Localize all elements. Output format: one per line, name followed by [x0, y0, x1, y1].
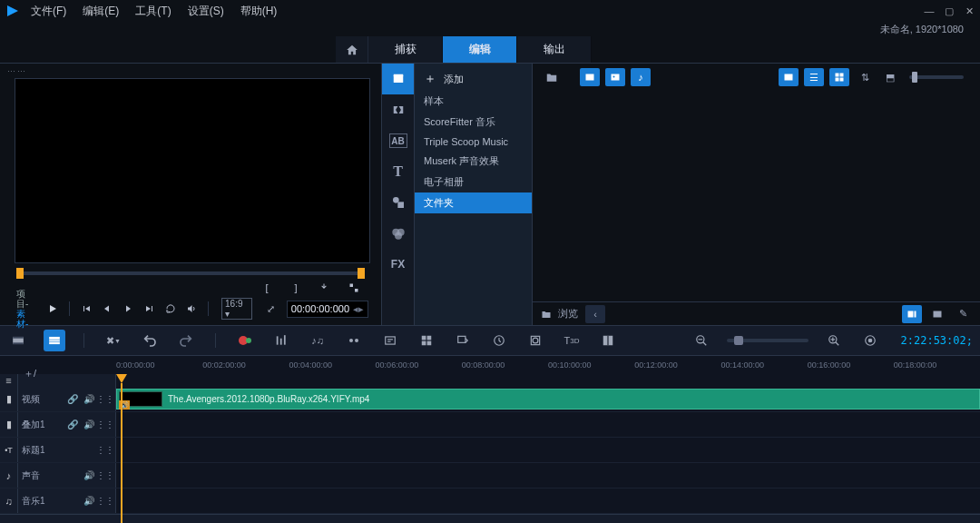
track-link-button[interactable]: 🔗 — [66, 419, 79, 431]
tools-dropdown[interactable]: ✖▼ — [103, 330, 124, 351]
track-lane[interactable] — [116, 463, 980, 488]
category-graphics[interactable] — [382, 187, 414, 218]
import-folder-button[interactable] — [542, 68, 562, 86]
home-tab[interactable] — [336, 36, 368, 63]
menu-help[interactable]: 帮助(H) — [240, 4, 278, 19]
category-transitions[interactable] — [382, 94, 414, 125]
tab-edit[interactable]: 编辑 — [443, 36, 517, 63]
track-lock-button[interactable]: ⋮⋮ — [99, 393, 112, 406]
preview-scrubber[interactable] — [16, 267, 365, 280]
timecode-display[interactable]: 00:00:00:000 ◂▸ — [287, 301, 368, 318]
category-fx[interactable]: FX — [382, 249, 414, 280]
category-title[interactable]: T — [382, 156, 414, 187]
resize-grip-icon[interactable]: ⤢ — [261, 301, 279, 317]
menu-edit[interactable]: 编辑(E) — [83, 4, 119, 19]
tab-capture[interactable]: 捕获 — [368, 36, 443, 63]
next-frame-button[interactable] — [120, 301, 137, 317]
motion-track-button[interactable] — [343, 330, 365, 351]
track-lane[interactable]: 🔊 The.Avengers.2012.1080p.BluRay.x264.YI… — [116, 387, 980, 411]
go-start-button[interactable] — [77, 301, 94, 317]
filter-video-button[interactable] — [580, 68, 600, 86]
menu-file[interactable]: 文件(F) — [31, 4, 66, 19]
sort-button[interactable]: ⇅ — [855, 68, 875, 86]
tab-output[interactable]: 输出 — [517, 36, 592, 63]
library-panel-button[interactable] — [927, 305, 947, 323]
view-list-button[interactable]: ☰ — [804, 68, 824, 86]
auto-music-button[interactable]: ♪♫ — [307, 330, 328, 351]
collapse-tree-button[interactable]: ‹ — [585, 305, 605, 323]
track-lock-button[interactable]: ⋮⋮ — [99, 444, 112, 457]
track-mute-button[interactable]: 🔊 — [83, 393, 95, 406]
playhead-icon[interactable] — [116, 374, 127, 383]
split-clip-button[interactable] — [316, 280, 334, 296]
filter-photo-button[interactable] — [605, 68, 625, 86]
tree-item[interactable]: 电子相册 — [415, 172, 532, 192]
zoom-in-button[interactable] — [823, 330, 845, 351]
mark-out-button[interactable]: ] — [287, 280, 305, 296]
trim-in-handle[interactable] — [16, 268, 24, 279]
track-mute-button[interactable]: 🔊 — [83, 495, 95, 508]
record-button[interactable] — [234, 330, 256, 351]
time-remap-button[interactable] — [488, 330, 510, 351]
volume-button[interactable] — [183, 301, 201, 317]
prev-frame-button[interactable] — [98, 301, 115, 317]
menu-settings[interactable]: 设置(S) — [188, 4, 224, 19]
timeline-view-button[interactable] — [44, 330, 65, 351]
project-duration-display[interactable]: 2:22:53:02; — [901, 334, 973, 347]
3d-title-button[interactable]: T3D — [561, 330, 583, 351]
loop-button[interactable] — [162, 301, 179, 317]
track-lane[interactable] — [116, 488, 980, 513]
undo-button[interactable] — [139, 330, 161, 351]
aspect-ratio-selector[interactable]: 16:9 ▾ — [221, 298, 252, 320]
mark-in-button[interactable]: [ — [258, 280, 276, 296]
filter-audio-button[interactable]: ♪ — [631, 68, 651, 86]
zoom-out-button[interactable] — [691, 330, 712, 351]
tree-item[interactable]: 样本 — [415, 91, 532, 112]
timeline-scrollbar[interactable] — [0, 514, 980, 523]
add-folder-button[interactable]: ＋ 添加 — [415, 67, 532, 91]
thumbnail-size-slider[interactable] — [909, 75, 964, 79]
tree-item[interactable]: Muserk 声音效果 — [415, 151, 532, 172]
audio-mixer-button[interactable] — [270, 330, 292, 351]
mode-project-label[interactable]: 项目- — [16, 289, 37, 309]
mode-clip-label[interactable]: 素材- — [16, 309, 37, 329]
mask-button[interactable] — [524, 330, 546, 351]
expand-button[interactable] — [345, 280, 363, 296]
track-mute-button[interactable]: 🔊 — [83, 469, 95, 482]
maximize-button[interactable]: ▢ — [944, 5, 955, 16]
split-screen-button[interactable] — [597, 330, 619, 351]
category-media[interactable] — [382, 64, 414, 94]
zoom-slider[interactable] — [727, 339, 808, 342]
trim-out-handle[interactable] — [358, 268, 365, 279]
library-gallery[interactable] — [533, 91, 980, 301]
category-filters[interactable] — [382, 218, 414, 249]
redo-button[interactable] — [175, 330, 197, 351]
timeline-clip[interactable]: 🔊 The.Avengers.2012.1080p.BluRay.x264.YI… — [116, 389, 980, 410]
track-lock-button[interactable]: ⋮⋮ — [99, 469, 112, 482]
pan-zoom-button[interactable] — [452, 330, 474, 351]
storyboard-view-button[interactable] — [7, 330, 29, 351]
track-lane[interactable] — [116, 438, 980, 462]
menu-tools[interactable]: 工具(T) — [135, 4, 171, 19]
add-track-button[interactable]: ＋/－ — [24, 374, 36, 387]
go-end-button[interactable] — [141, 301, 158, 317]
minimize-button[interactable]: — — [924, 5, 935, 16]
preview-canvas[interactable] — [15, 78, 370, 263]
view-storyboard-button[interactable] — [779, 68, 799, 86]
tree-item[interactable]: Triple Scoop Music — [415, 133, 532, 151]
edit-panel-button[interactable]: ✎ — [953, 305, 973, 323]
options-panel-button[interactable] — [902, 305, 922, 323]
close-button[interactable]: ✕ — [964, 5, 975, 16]
play-button[interactable] — [44, 301, 62, 317]
subtitle-button[interactable] — [379, 330, 401, 351]
track-lane[interactable] — [116, 412, 980, 437]
track-link-button[interactable]: 🔗 — [66, 393, 79, 406]
browse-button[interactable]: 浏览 — [540, 305, 578, 323]
tree-item[interactable]: ScoreFitter 音乐 — [415, 112, 532, 133]
track-lock-button[interactable]: ⋮⋮ — [99, 419, 112, 431]
category-caption[interactable]: AB — [389, 133, 407, 148]
view-thumbnail-button[interactable] — [829, 68, 849, 86]
track-lock-button[interactable]: ⋮⋮ — [99, 495, 112, 508]
track-mute-button[interactable]: 🔊 — [83, 419, 95, 431]
timeline-ruler[interactable]: 0:00:00:00 00:02:00:00 00:04:00:00 00:06… — [0, 356, 980, 374]
